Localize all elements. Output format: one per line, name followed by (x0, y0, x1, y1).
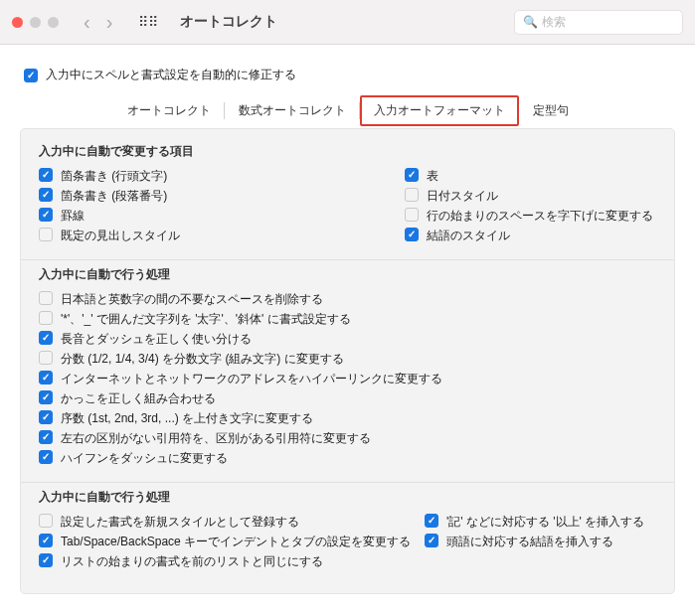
label-heading-styles: 既定の見出しスタイル (61, 228, 180, 243)
checkbox-bold-italic[interactable] (39, 311, 53, 325)
tab-autoformat-as-you-type[interactable]: 入力オートフォーマット (360, 95, 519, 126)
label-smart-quotes: 左右の区別がない引用符を、区別がある引用符に変更する (61, 430, 371, 446)
label-list-format: リストの始まりの書式を前のリストと同じにする (61, 553, 323, 569)
checkbox-insert-ijo[interactable] (425, 514, 438, 528)
section-title-replace: 入力中に自動で変更する項目 (39, 143, 656, 160)
tab-autocorrect[interactable]: オートコレクト (113, 98, 225, 123)
checkbox-borders[interactable] (39, 208, 53, 222)
label-dash: 長音とダッシュを正しく使い分ける (61, 331, 252, 347)
page-title: オートコレクト (180, 13, 277, 31)
label-indent-spaces: 行の始まりのスペースを字下げに変更する (427, 208, 653, 224)
window-controls (12, 17, 72, 28)
maximize-icon (48, 17, 59, 28)
master-checkbox[interactable] (24, 69, 38, 82)
tab-math-autocorrect[interactable]: 数式オートコレクト (225, 98, 360, 123)
checkbox-numbering[interactable] (39, 188, 53, 202)
label-hyphen-dash: ハイフンをダッシュに変更する (61, 450, 228, 466)
label-closing-style: 結語のスタイル (427, 228, 510, 243)
label-borders: 罫線 (61, 208, 85, 224)
label-ordinals: 序数 (1st, 2nd, 3rd, ...) を上付き文字に変更する (61, 410, 313, 426)
tab-autotext[interactable]: 定型句 (519, 98, 583, 123)
master-checkbox-label: 入力中にスペルと書式設定を自動的に修正する (46, 67, 296, 83)
label-bold-italic: '*'、'_' で囲んだ文字列を '太字'、'斜体' に書式設定する (61, 311, 351, 327)
close-icon[interactable] (12, 17, 23, 28)
checkbox-fractions[interactable] (39, 351, 53, 365)
checkbox-delete-spaces[interactable] (39, 291, 53, 305)
checkbox-ordinals[interactable] (39, 410, 53, 424)
search-placeholder: 検索 (542, 14, 566, 31)
checkbox-dash[interactable] (39, 331, 53, 345)
search-icon: 🔍 (523, 15, 538, 29)
tab-bar: オートコレクト 数式オートコレクト 入力オートフォーマット 定型句 (20, 95, 675, 126)
label-delete-spaces: 日本語と英数字の間の不要なスペースを削除する (61, 291, 323, 307)
checkbox-insert-closing[interactable] (425, 534, 438, 547)
checkbox-list-format[interactable] (39, 553, 53, 567)
titlebar: ‹ › ⠿⠿ オートコレクト 🔍 検索 (0, 0, 695, 45)
checkbox-heading-styles[interactable] (39, 228, 53, 241)
checkbox-date-style[interactable] (405, 188, 419, 202)
label-bullets: 箇条書き (行頭文字) (61, 168, 167, 184)
checkbox-smart-quotes[interactable] (39, 430, 53, 444)
checkbox-closing-style[interactable] (405, 228, 419, 241)
back-button[interactable]: ‹ (80, 11, 94, 34)
minimize-icon (30, 17, 41, 28)
checkbox-brackets[interactable] (39, 390, 53, 404)
forward-button: › (102, 11, 117, 34)
label-hyperlinks: インターネットとネットワークのアドレスをハイパーリンクに変更する (61, 371, 442, 386)
checkbox-hyperlinks[interactable] (39, 371, 53, 385)
section-title-apply: 入力中に自動で行う処理 (39, 266, 656, 283)
settings-panel: 入力中に自動で変更する項目 箇条書き (行頭文字) 箇条書き (段落番号) 罫線… (20, 128, 675, 594)
search-input[interactable]: 🔍 検索 (514, 10, 683, 35)
label-tables: 表 (427, 168, 438, 184)
checkbox-bullets[interactable] (39, 168, 53, 182)
label-numbering: 箇条書き (段落番号) (61, 188, 167, 204)
checkbox-tab-indent[interactable] (39, 534, 53, 547)
label-brackets: かっこを正しく組み合わせる (61, 390, 216, 406)
checkbox-hyphen-dash[interactable] (39, 450, 53, 464)
grid-icon[interactable]: ⠿⠿ (132, 14, 164, 30)
label-tab-indent: Tab/Space/BackSpace キーでインデントとタブの設定を変更する (61, 534, 411, 549)
label-fractions: 分数 (1/2, 1/4, 3/4) を分数文字 (組み文字) に変更する (61, 351, 344, 367)
checkbox-tables[interactable] (405, 168, 419, 182)
checkbox-indent-spaces[interactable] (405, 208, 419, 222)
checkbox-define-styles[interactable] (39, 514, 53, 528)
label-define-styles: 設定した書式を新規スタイルとして登録する (61, 514, 299, 530)
label-date-style: 日付スタイル (427, 188, 498, 204)
label-insert-closing: 頭語に対応する結語を挿入する (446, 534, 613, 549)
section-title-automatically: 入力中に自動で行う処理 (39, 489, 656, 506)
label-insert-ijo: '記' などに対応する '以上' を挿入する (446, 514, 644, 530)
